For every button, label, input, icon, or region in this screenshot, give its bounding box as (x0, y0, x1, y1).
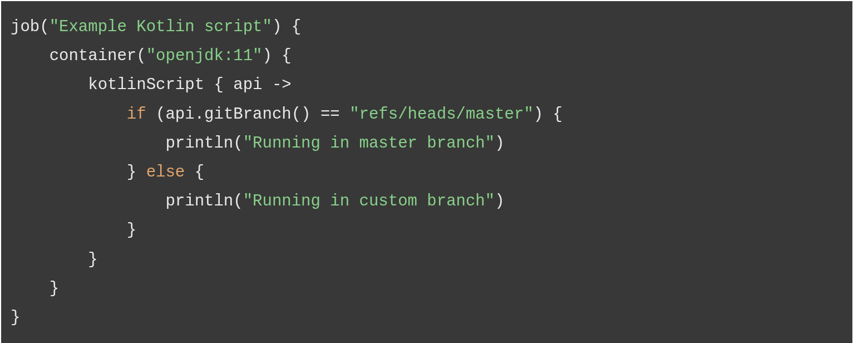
code-line: println("Running in custom branch") (11, 192, 505, 210)
code-line: job("Example Kotlin script") { (11, 18, 301, 36)
code-line: println("Running in master branch") (11, 134, 505, 153)
code-line: container("openjdk:11") { (11, 47, 292, 65)
code-line: } else { (11, 163, 204, 182)
code-line: kotlinScript { api -> (11, 76, 292, 94)
code-line: } (11, 280, 59, 298)
code-line: } (11, 251, 98, 269)
code-line: } (11, 221, 136, 239)
code-block: job("Example Kotlin script") { container… (1, 1, 852, 343)
code-line: if (api.gitBranch() == "refs/heads/maste… (11, 105, 563, 124)
code-line: } (11, 308, 20, 327)
